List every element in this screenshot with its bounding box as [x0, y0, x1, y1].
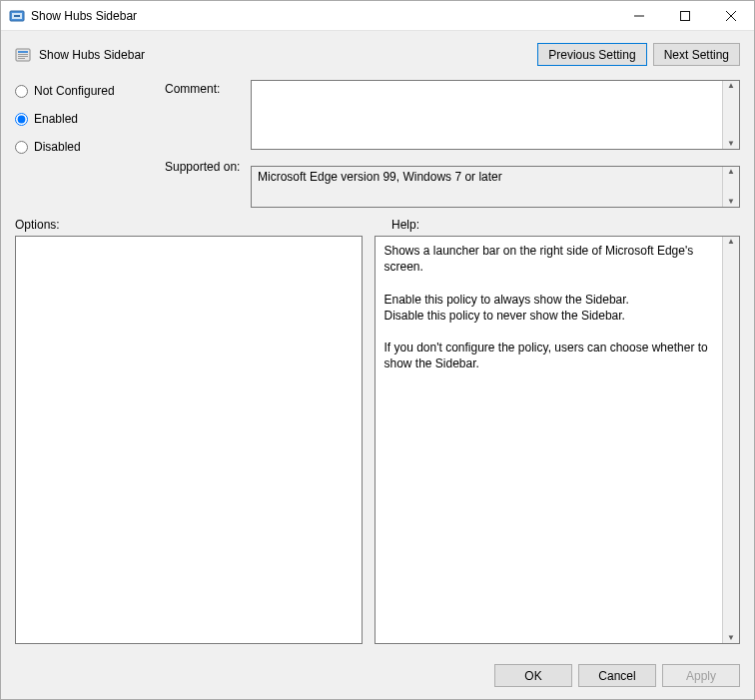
- lower-labels: Options: Help:: [15, 218, 740, 232]
- svg-rect-11: [18, 58, 25, 59]
- comment-textarea[interactable]: [252, 81, 722, 149]
- svg-rect-2: [14, 15, 20, 17]
- comment-row: Comment: ▲ ▼: [165, 80, 740, 150]
- svg-rect-4: [681, 11, 690, 20]
- radio-disabled-input[interactable]: [15, 141, 28, 154]
- state-radio-group: Not Configured Enabled Disabled: [15, 80, 165, 208]
- comment-box: ▲ ▼: [251, 80, 740, 150]
- radio-enabled-label: Enabled: [34, 112, 78, 126]
- next-setting-button[interactable]: Next Setting: [653, 43, 740, 66]
- chevron-up-icon[interactable]: ▲: [723, 237, 739, 440]
- header-row: Show Hubs Sidebar Previous Setting Next …: [15, 43, 740, 66]
- cancel-button[interactable]: Cancel: [578, 664, 656, 687]
- lower-panels: Shows a launcher bar on the right side o…: [15, 236, 740, 644]
- supported-box: Microsoft Edge version 99, Windows 7 or …: [251, 166, 740, 208]
- radio-not-configured-input[interactable]: [15, 85, 28, 98]
- minimize-button[interactable]: [616, 1, 662, 31]
- options-label: Options:: [15, 218, 378, 232]
- svg-rect-10: [18, 56, 28, 57]
- supported-text: Microsoft Edge version 99, Windows 7 or …: [252, 167, 722, 207]
- content-area: Show Hubs Sidebar Previous Setting Next …: [1, 31, 754, 654]
- supported-scroll[interactable]: ▲ ▼: [722, 167, 739, 207]
- help-panel: Shows a launcher bar on the right side o…: [375, 236, 740, 644]
- chevron-up-icon[interactable]: ▲: [723, 167, 739, 187]
- svg-rect-8: [18, 51, 28, 53]
- help-text: Shows a launcher bar on the right side o…: [376, 237, 722, 643]
- policy-title: Show Hubs Sidebar: [39, 48, 531, 62]
- ok-button[interactable]: OK: [494, 664, 572, 687]
- chevron-down-icon[interactable]: ▼: [723, 440, 739, 644]
- comment-label: Comment:: [165, 80, 251, 96]
- policy-icon: [15, 47, 31, 63]
- radio-enabled-input[interactable]: [15, 113, 28, 126]
- help-scroll[interactable]: ▲ ▼: [722, 237, 739, 643]
- app-icon: [9, 8, 25, 24]
- titlebar: Show Hubs Sidebar: [1, 1, 754, 31]
- chevron-down-icon[interactable]: ▼: [723, 115, 739, 149]
- close-button[interactable]: [708, 1, 754, 31]
- chevron-down-icon[interactable]: ▼: [723, 187, 739, 207]
- maximize-button[interactable]: [662, 1, 708, 31]
- radio-not-configured-label: Not Configured: [34, 84, 115, 98]
- supported-label: Supported on:: [165, 158, 251, 174]
- radio-enabled[interactable]: Enabled: [15, 112, 165, 126]
- help-label: Help:: [378, 218, 740, 232]
- previous-setting-button[interactable]: Previous Setting: [537, 43, 646, 66]
- svg-rect-9: [18, 54, 28, 55]
- comment-scroll[interactable]: ▲ ▼: [722, 81, 739, 149]
- radio-disabled-label: Disabled: [34, 140, 81, 154]
- info-fields: Comment: ▲ ▼ Supported on: Microsoft Edg…: [165, 80, 740, 208]
- radio-not-configured[interactable]: Not Configured: [15, 84, 165, 98]
- chevron-up-icon[interactable]: ▲: [723, 81, 739, 115]
- policy-editor-window: Show Hubs Sidebar Show Hubs Sidebar: [0, 0, 755, 700]
- footer-buttons: OK Cancel Apply: [1, 654, 754, 699]
- supported-row: Supported on: Microsoft Edge version 99,…: [165, 158, 740, 208]
- window-title: Show Hubs Sidebar: [31, 9, 616, 23]
- apply-button[interactable]: Apply: [662, 664, 740, 687]
- options-panel: [15, 236, 363, 644]
- radio-disabled[interactable]: Disabled: [15, 140, 165, 154]
- top-config-area: Not Configured Enabled Disabled Comment:: [15, 80, 740, 208]
